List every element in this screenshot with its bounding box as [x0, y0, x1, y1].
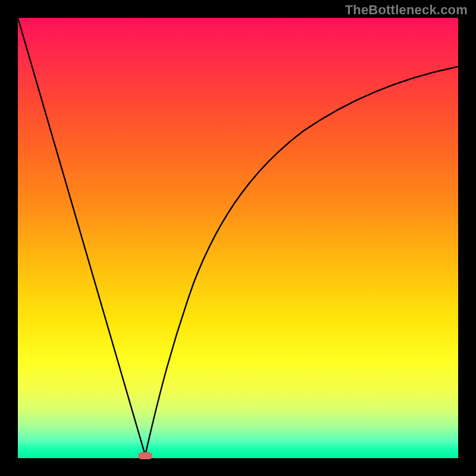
chart-frame: TheBottleneck.com	[0, 0, 476, 476]
minimum-marker	[138, 452, 152, 459]
watermark-label: TheBottleneck.com	[345, 2, 468, 18]
curve-path	[18, 18, 458, 455]
plot-area	[18, 18, 458, 458]
bottleneck-curve	[18, 18, 458, 458]
